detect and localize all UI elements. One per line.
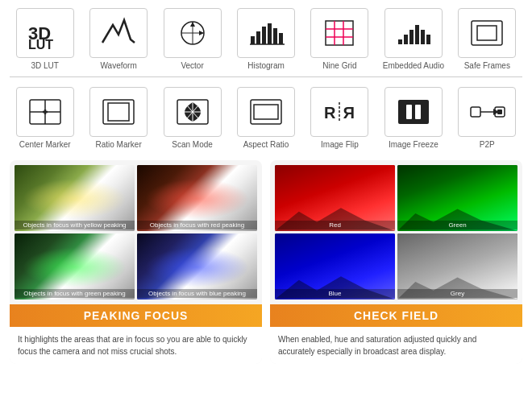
svg-rect-21 [409,30,414,44]
icon-item-aspect-ratio[interactable]: Aspect Ratio [231,87,301,149]
svg-rect-23 [421,30,425,44]
icon-box-image-freeze [384,87,443,137]
icon-label-ratio-marker: Ratio Marker [96,140,142,149]
svg-rect-40 [254,105,278,119]
svg-rect-14 [326,21,353,45]
icon-grid-row1: 3D LUT 3D LUT Waveform Vector [0,0,532,75]
icon-box-nine-grid [310,8,368,58]
peaking-desc: It highlights the areas that are in focu… [10,327,262,364]
icon-label-scan-mode: Scan Mode [172,140,213,149]
icon-label-histogram: Histogram [247,61,285,70]
icon-box-histogram [237,8,295,58]
icon-item-histogram[interactable]: Histogram [231,8,301,70]
icon-item-scan-mode[interactable]: Scan Mode [157,87,227,149]
peaking-caption-yellow: Objects in focus with yellow peaking [15,221,135,229]
icon-label-waveform: Waveform [101,61,137,70]
peaking-focus-card: Objects in focus with yellow peaking Obj… [10,160,262,364]
icon-item-image-flip[interactable]: R R Image Flip [305,87,375,149]
peaking-caption-blue: Objects in focus with blue peaking [137,289,257,298]
peaking-image-green: Objects in focus with green peaking [15,233,135,300]
checkfield-caption-red: Red [275,221,395,229]
icon-label-center-marker: Center Marker [19,140,71,149]
svg-rect-12 [279,33,283,44]
icon-label-image-freeze: Image Freeze [389,140,438,149]
svg-text:R: R [324,104,336,122]
icon-item-3dlut[interactable]: 3D LUT 3D LUT [10,8,80,70]
icon-item-center-marker[interactable]: Center Marker [10,87,80,149]
checkfield-image-blue: Blue [275,233,395,300]
icon-box-waveform [89,8,148,58]
icon-box-3dlut: 3D LUT [16,8,74,58]
svg-rect-39 [251,100,281,124]
icon-label-embedded-audio: Embedded Audio [383,61,444,70]
icon-label-aspect-ratio: Aspect Ratio [243,140,289,149]
svg-rect-45 [406,105,412,119]
checkfield-image-red: Red [275,165,395,231]
checkfield-caption-green: Green [397,221,517,229]
icon-box-vector [164,8,222,58]
svg-rect-8 [256,31,260,44]
icon-item-ratio-marker[interactable]: Ratio Marker [83,87,153,149]
svg-text:LUT: LUT [28,38,53,52]
icon-item-embedded-audio[interactable]: Embedded Audio [378,8,448,70]
svg-rect-11 [273,28,277,44]
peaking-caption-red: Objects in focus with red peaking [137,221,257,229]
checkfield-banner: CHECK FIELD [270,304,522,327]
feature-cards: Objects in focus with yellow peaking Obj… [0,154,532,370]
icon-item-safe-frames[interactable]: Safe Frames [452,8,522,70]
icon-label-image-flip: Image Flip [321,140,359,149]
icon-label-safe-frames: Safe Frames [464,61,510,70]
icon-box-center-marker [16,87,74,137]
icon-item-image-freeze[interactable]: Image Freeze [378,87,448,149]
svg-rect-7 [251,36,255,44]
checkfield-caption-blue: Blue [275,289,395,298]
icon-item-p2p[interactable]: P2P [452,87,522,149]
icon-label-p2p: P2P [480,140,495,149]
icon-box-embedded-audio [384,8,443,58]
svg-rect-10 [268,23,272,44]
checkfield-caption-grey: Grey [397,289,517,298]
icon-box-safe-frames [458,8,516,58]
icon-item-nine-grid[interactable]: Nine Grid [305,8,375,70]
svg-rect-24 [426,35,430,44]
icon-label-vector: Vector [181,61,203,70]
peaking-image-red: Objects in focus with red peaking [137,165,257,231]
svg-rect-25 [472,21,502,45]
svg-rect-44 [398,100,429,124]
svg-rect-46 [415,105,421,119]
icon-box-p2p [458,87,516,137]
svg-rect-22 [415,25,419,44]
peaking-banner: PEAKING FOCUS [10,304,262,327]
icon-label-nine-grid: Nine Grid [322,61,356,70]
checkfield-desc: When enabled, hue and saturation adjuste… [270,327,522,364]
svg-rect-20 [404,35,408,44]
row-separator [10,76,522,77]
peaking-image-grid: Objects in focus with yellow peaking Obj… [10,160,262,304]
svg-text:R: R [343,104,355,122]
check-field-card: Red Green Blue Grey [270,160,522,364]
icon-box-ratio-marker [89,87,148,137]
peaking-image-blue: Objects in focus with blue peaking [137,233,257,300]
icon-item-waveform[interactable]: Waveform [83,8,153,70]
svg-rect-26 [477,26,497,40]
svg-rect-51 [497,109,502,114]
peaking-caption-green: Objects in focus with green peaking [15,289,135,298]
icon-box-aspect-ratio [237,87,295,137]
icon-grid-row2: Center Marker Ratio Marker [0,79,532,154]
svg-rect-47 [471,107,480,117]
icon-item-vector[interactable]: Vector [157,8,227,70]
svg-rect-9 [262,27,266,44]
peaking-image-yellow: Objects in focus with yellow peaking [15,165,135,231]
svg-rect-33 [108,103,129,121]
icon-box-image-flip: R R [310,87,368,137]
checkfield-image-green: Green [397,165,517,231]
icon-box-scan-mode [164,87,222,137]
icon-label-3dlut: 3D LUT [31,61,58,70]
checkfield-image-grey: Grey [397,233,517,300]
svg-rect-19 [398,39,402,44]
checkfield-image-grid: Red Green Blue Grey [270,160,522,304]
